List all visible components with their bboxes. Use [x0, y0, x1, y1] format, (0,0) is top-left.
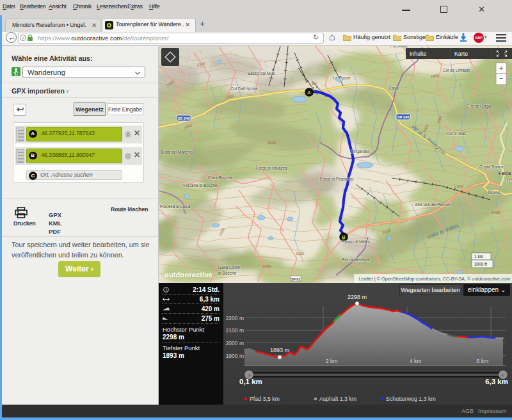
svg-text:2100 m: 2100 m	[226, 327, 244, 334]
svg-text:Forca di Vallazza: Forca di Vallazza	[255, 166, 287, 170]
svg-text:113: 113	[506, 179, 512, 183]
svg-text:SP 61: SP 61	[291, 277, 301, 281]
svg-text:Karte: Karte	[454, 51, 468, 57]
svg-text:1900: 1900	[268, 141, 276, 145]
svg-text:Leaflet | © OpenStreetMap cont: Leaflet | © OpenStreetMap contributors, …	[359, 276, 510, 282]
svg-text:0,1 km: 0,1 km	[239, 378, 262, 385]
svg-text:Costa Somor: Costa Somor	[479, 165, 504, 169]
svg-text:6,3 km: 6,3 km	[485, 378, 508, 385]
svg-text:Asphalt 1,3 km: Asphalt 1,3 km	[319, 396, 356, 402]
svg-text:1893 m: 1893 m	[270, 347, 289, 353]
svg-text:Le Pozze: Le Pozze	[333, 76, 350, 80]
svg-text:Forca Venegia: Forca Venegia	[342, 257, 369, 262]
svg-text:3000 ft: 3000 ft	[474, 262, 487, 266]
svg-text:outdooractive: outdooractive	[164, 271, 212, 279]
svg-text:A: A	[307, 90, 311, 95]
svg-text:2100: 2100	[296, 252, 305, 255]
svg-text:Busa del Marchio: Busa del Marchio	[161, 150, 193, 154]
svg-text:Col de Limazei: Col de Limazei	[443, 68, 470, 72]
svg-text:2 km: 2 km	[326, 358, 337, 364]
svg-text:Cima Bocche: Cima Bocche	[208, 175, 233, 180]
svg-text:Col d. Mas: Col d. Mas	[446, 131, 467, 136]
svg-text:4 km: 4 km	[410, 358, 421, 364]
svg-text:Zingarialti: Zingarialti	[351, 149, 369, 154]
svg-text:Col Dall Ischia: Col Dall Ischia	[230, 86, 257, 91]
svg-text:Cava: Cava	[388, 86, 399, 90]
svg-text:Sasso dal Mus: Sasso dal Mus	[248, 71, 275, 76]
svg-text:1 km: 1 km	[474, 254, 483, 259]
svg-text:Alta Via dei Pastori: Alta Via dei Pastori	[415, 202, 451, 207]
svg-text:2298 m: 2298 m	[348, 294, 367, 300]
svg-text:Forca di Pradazzo: Forca di Pradazzo	[320, 177, 354, 181]
svg-text:Fuchiade: Fuchiade	[390, 46, 409, 48]
svg-text:Inhalte: Inhalte	[410, 51, 427, 57]
svg-text:2000: 2000	[262, 264, 271, 268]
svg-text:Molino: Molino	[488, 190, 500, 195]
svg-text:SP 346: SP 346	[397, 115, 410, 119]
svg-text:Schotterweg 1,3 km: Schotterweg 1,3 km	[386, 396, 436, 402]
svg-text:C.le del Lago: C.le del Lago	[467, 104, 492, 109]
svg-text:Falca: Falca	[499, 170, 511, 176]
svg-text:6 km: 6 km	[477, 358, 488, 364]
svg-text:+: +	[499, 64, 503, 72]
svg-text:Galla Cortiri: Galla Cortiri	[218, 265, 240, 270]
svg-text:Forcella di Lusia: Forcella di Lusia	[160, 204, 191, 209]
svg-text:2200 m: 2200 m	[226, 315, 244, 321]
svg-text:−: −	[499, 74, 503, 82]
svg-text:Forcella di Bocche: Forcella di Bocche	[183, 183, 218, 188]
svg-text:Passo di Vallés: Passo di Vallés	[342, 239, 371, 244]
svg-text:2000 m: 2000 m	[226, 340, 244, 346]
svg-text:Pfad 3,5 km: Pfad 3,5 km	[250, 396, 280, 402]
svg-text:1400: 1400	[492, 211, 500, 214]
svg-text:SS 346: SS 346	[177, 117, 190, 120]
svg-text:1900 m: 1900 m	[226, 353, 244, 359]
svg-text:di Bocche: di Bocche	[218, 271, 237, 275]
